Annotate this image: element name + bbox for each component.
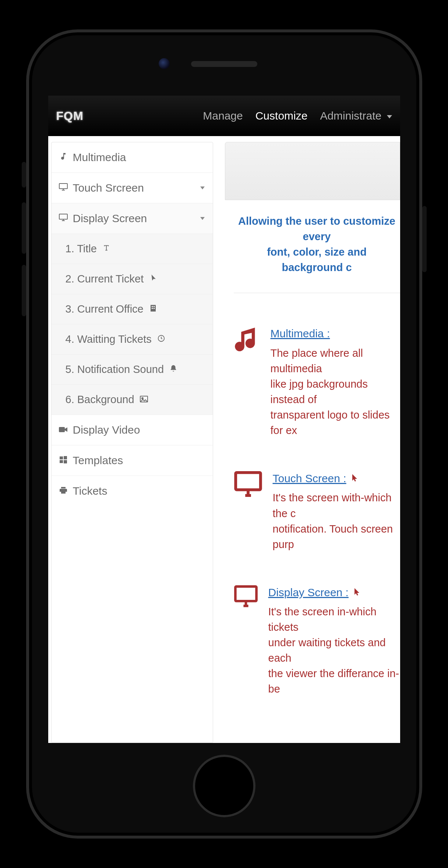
bell-icon (168, 364, 179, 375)
intro-text: Allowing the user to customize every fon… (234, 213, 400, 293)
phone-volume-down (22, 265, 26, 316)
cursor-icon (351, 587, 361, 598)
sidebar-item-multimedia[interactable]: Multimedia (52, 142, 213, 173)
app-body: Multimedia Touch Srcreen Display Screen (48, 136, 400, 743)
sidebar-label: Display Video (73, 424, 140, 436)
display-screen-submenu: 1. Title 2. Current Ticket 3. Current Of… (52, 234, 213, 415)
text-icon (101, 243, 112, 255)
desktop-icon (58, 182, 68, 194)
ticket-icon (148, 273, 158, 285)
sidebar-label: Multimedia (73, 151, 126, 164)
section-touch-screen: Touch Screen : It's the screen with-whic… (234, 470, 400, 552)
clock-icon (156, 334, 166, 345)
music-icon (58, 152, 68, 163)
svg-rect-15 (236, 473, 261, 490)
svg-rect-4 (154, 306, 155, 307)
section-text: notification. Touch screen purp (273, 521, 400, 552)
sidebar-item-display-video[interactable]: Display Video (52, 415, 213, 445)
section-text: transparent logo to slides for ex (271, 407, 400, 438)
main-column: Allowing the user to customize every fon… (225, 142, 400, 743)
svg-rect-16 (235, 586, 256, 601)
section-heading-link[interactable]: Touch Screen : (273, 470, 346, 487)
sub-item-waiting-tickets[interactable]: 4. Waitting Tickets (52, 324, 213, 355)
windows-icon (58, 455, 68, 466)
music-icon (234, 326, 260, 438)
nav-manage[interactable]: Manage (203, 110, 243, 122)
sidebar-label: Touch Srcreen (73, 182, 144, 194)
sub-item-current-ticket[interactable]: 2. Current Ticket (52, 264, 213, 294)
phone-volume-up (22, 202, 26, 254)
svg-rect-3 (152, 306, 153, 307)
sidebar: Multimedia Touch Srcreen Display Screen (51, 142, 213, 743)
app-screen: FQM Manage Customize Administrate Multim… (48, 96, 400, 743)
intro-line: Allowing the user to customize every (235, 213, 399, 244)
sidebar-label: Templates (73, 454, 123, 467)
svg-rect-1 (59, 214, 67, 219)
sub-label: 1. Title (66, 243, 97, 255)
svg-rect-13 (60, 460, 63, 463)
svg-point-9 (142, 398, 143, 399)
svg-rect-6 (154, 308, 155, 309)
sidebar-label: Display Screen (73, 212, 147, 225)
top-navbar: FQM Manage Customize Administrate (48, 96, 400, 136)
svg-rect-14 (64, 460, 67, 463)
section-text: under waiting tickets and each (268, 635, 400, 666)
nav-administrate-label: Administrate (320, 110, 381, 122)
sidebar-item-touch-screen[interactable]: Touch Srcreen (52, 173, 213, 203)
building-icon (148, 303, 158, 315)
section-text: It's the screen with-which the c (273, 490, 400, 521)
sidebar-label: Tickets (73, 485, 107, 497)
section-text: It's the screen in-which tickets (268, 604, 400, 635)
nav-administrate[interactable]: Administrate (320, 110, 392, 122)
sub-label: 6. Background (66, 394, 134, 406)
image-icon (139, 394, 149, 405)
sub-item-background[interactable]: 6. Background (52, 385, 213, 415)
section-text: The place where all multimedia (271, 345, 400, 376)
section-text: like jpg backgrounds instead of (271, 376, 400, 407)
section-heading-link[interactable]: Display Screen : (268, 584, 349, 601)
main-panel: Allowing the user to customize every fon… (225, 200, 400, 743)
svg-rect-11 (60, 456, 63, 459)
cursor-icon (349, 473, 359, 484)
sidebar-item-tickets[interactable]: Tickets (52, 476, 213, 506)
top-nav: Manage Customize Administrate (203, 110, 392, 122)
brand-logo[interactable]: FQM (56, 109, 84, 123)
svg-rect-5 (152, 308, 153, 309)
phone-mute-switch (22, 162, 26, 188)
section-text: the viewer the differance in-be (268, 666, 400, 697)
print-icon (58, 485, 68, 497)
sub-label: 2. Current Ticket (66, 273, 144, 285)
svg-rect-12 (64, 456, 67, 459)
phone-speaker (191, 61, 257, 67)
main-panel-header (225, 142, 400, 200)
nav-customize[interactable]: Customize (255, 110, 308, 122)
intro-line: font, color, size and background c (235, 244, 399, 275)
section-heading-label: Touch Screen : (273, 472, 346, 484)
desktop-icon (234, 470, 262, 552)
sub-item-notification-sound[interactable]: 5. Notification Sound (52, 355, 213, 385)
sub-label: 3. Current Office (66, 303, 144, 315)
desktop-icon (58, 213, 68, 224)
svg-rect-0 (59, 184, 67, 189)
sidebar-item-templates[interactable]: Templates (52, 445, 213, 476)
sub-item-current-office[interactable]: 3. Current Office (52, 294, 213, 324)
svg-rect-10 (59, 427, 65, 432)
section-display-screen: Display Screen : It's the screen in-whic… (234, 584, 400, 697)
section-multimedia: Multimedia : The place where all multime… (234, 326, 400, 438)
phone-home-button (193, 755, 255, 817)
caret-down-icon (387, 115, 392, 118)
sidebar-item-display-screen[interactable]: Display Screen (52, 203, 213, 234)
phone-power-button (422, 206, 427, 272)
desktop-icon (234, 584, 258, 697)
sub-label: 5. Notification Sound (66, 363, 164, 376)
svg-rect-2 (151, 305, 156, 312)
phone-frame: FQM Manage Customize Administrate Multim… (26, 29, 422, 839)
sub-label: 4. Waitting Tickets (66, 333, 152, 345)
section-heading-label: Display Screen : (268, 586, 349, 598)
section-heading-link[interactable]: Multimedia : (271, 326, 330, 342)
video-icon (58, 424, 68, 436)
sub-item-title[interactable]: 1. Title (52, 234, 213, 264)
phone-front-camera (159, 58, 170, 69)
